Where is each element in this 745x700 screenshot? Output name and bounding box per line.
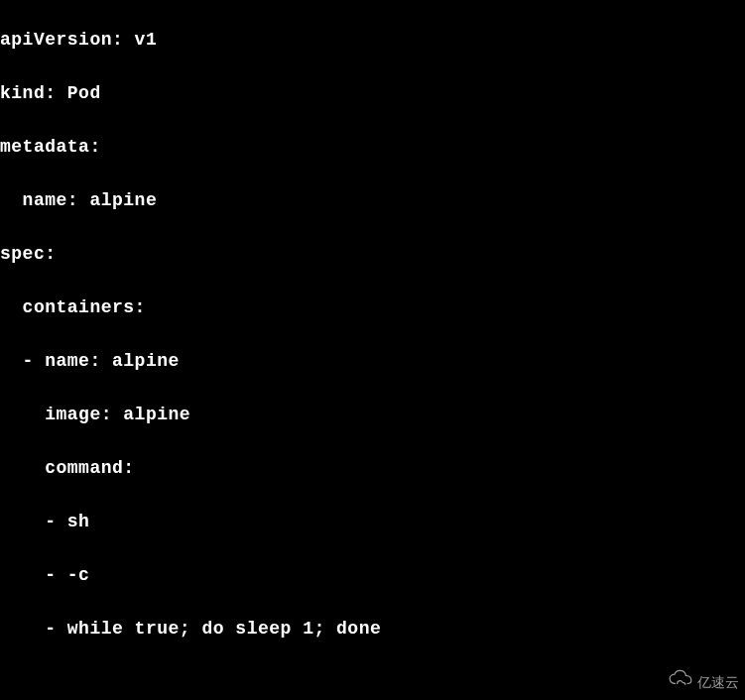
yaml-line: image: alpine [0, 402, 745, 428]
watermark: 亿速云 [668, 669, 739, 696]
yaml-line: apiVersion: v1 [0, 27, 745, 54]
watermark-text: 亿速云 [697, 669, 739, 696]
yaml-line: - sh [0, 509, 745, 535]
yaml-line: kind: Pod [0, 80, 745, 107]
yaml-line: containers: [0, 294, 745, 321]
yaml-line: - name: alpine [0, 348, 745, 375]
yaml-line: dnsPolicy: "None" [0, 696, 745, 700]
yaml-line: spec: [0, 241, 745, 268]
terminal-output: apiVersion: v1 kind: Pod metadata: name:… [0, 0, 745, 700]
yaml-line: name: alpine [0, 187, 745, 214]
cloud-icon [668, 669, 693, 696]
yaml-line: command: [0, 455, 745, 482]
yaml-line: - while true; do sleep 1; done [0, 616, 745, 642]
yaml-line: metadata: [0, 134, 745, 161]
yaml-line: - -c [0, 562, 745, 589]
